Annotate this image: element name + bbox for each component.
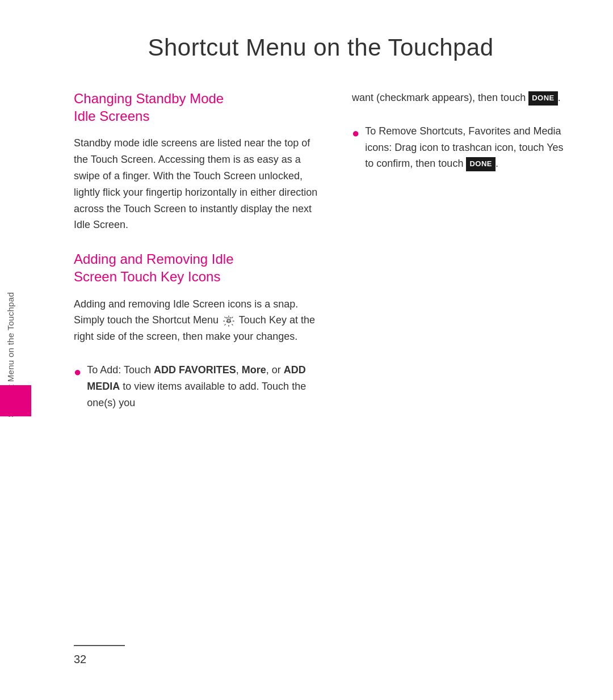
page-title: Shortcut Menu on the Touchpad (74, 34, 568, 61)
right-column: want (checkmark appears), then touch DON… (352, 90, 568, 183)
bullet1-item: ● To Add: Touch ADD FAVORITES, More, or … (74, 362, 318, 411)
bullet1-dot: ● (74, 362, 81, 381)
page-container: Shortcut Menu on the Touchpad Shortcut M… (0, 0, 613, 700)
bullet2-item: ● To Remove Shortcuts, Favorites and Med… (352, 123, 568, 172)
pink-tab-marker (0, 385, 31, 416)
done-badge-2: DONE (466, 157, 496, 171)
done-badge-1: DONE (528, 91, 558, 106)
bullet1-bold1: ADD FAVORITES (154, 364, 236, 376)
page-number: 32 (74, 653, 86, 666)
section1-body: Standby mode idle screens are listed nea… (74, 135, 318, 233)
bullet1-text: To Add: Touch ADD FAVORITES, More, or AD… (87, 362, 318, 411)
content-layout: Changing Standby ModeIdle Screens Standb… (74, 90, 568, 422)
bottom-divider (74, 645, 125, 646)
section2-intro: Adding and removing Idle Screen icons is… (74, 296, 318, 345)
bullet1-continuation: want (checkmark appears), then touch DON… (352, 90, 568, 106)
bullet2-dot: ● (352, 124, 359, 142)
bullet2-text: To Remove Shortcuts, Favorites and Media… (365, 123, 568, 172)
section1-heading: Changing Standby ModeIdle Screens (74, 90, 318, 125)
left-column: Changing Standby ModeIdle Screens Standb… (74, 90, 318, 422)
bullet1-bold2: More (242, 364, 266, 376)
gear-icon (222, 315, 235, 327)
section2-heading: Adding and Removing IdleScreen Touch Key… (74, 250, 318, 285)
